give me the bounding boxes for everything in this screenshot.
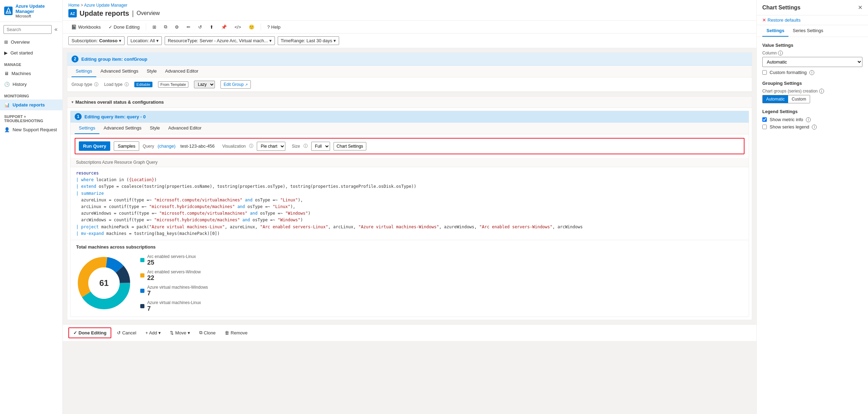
samples-button[interactable]: Samples xyxy=(114,141,139,151)
info-icon-size: ⓘ xyxy=(304,143,308,149)
move-chevron-icon: ▾ xyxy=(188,330,190,335)
show-series-legend-row: Show series legend i xyxy=(762,124,862,130)
toggle-custom[interactable]: Custom xyxy=(788,95,809,103)
cancel-button[interactable]: ↺ Cancel xyxy=(113,328,140,338)
change-link[interactable]: (change) xyxy=(158,143,175,149)
legend-value-2: 7 xyxy=(147,290,208,297)
sidebar-item-update-reports[interactable]: 📊 Update reports xyxy=(0,99,62,110)
editing-group-tabs: Settings Advanced Settings Style Advance… xyxy=(67,66,752,77)
help-button[interactable]: ? Help xyxy=(264,23,283,31)
sidebar-item-label: Update reports xyxy=(13,102,45,108)
tab-advanced-editor-group[interactable]: Advanced Editor xyxy=(161,66,202,77)
page-title: Update reports xyxy=(80,9,129,17)
machines-header[interactable]: ▾ Machines overall status & configuratio… xyxy=(67,97,752,108)
emoji-button[interactable]: 🙂 xyxy=(246,23,257,31)
clone-button[interactable]: ⧉ Clone xyxy=(196,328,219,338)
close-panel-button[interactable]: ✕ xyxy=(858,4,862,11)
upload-button[interactable]: ⬆ xyxy=(207,23,216,31)
history-icon: 🕒 xyxy=(4,82,10,87)
remove-button[interactable]: 🗑 Remove xyxy=(221,328,251,338)
tab-settings-group[interactable]: Settings xyxy=(72,66,96,77)
info-icon-chart-groups: i xyxy=(819,89,824,94)
location-filter[interactable]: Location: All ▾ xyxy=(127,36,162,45)
search-row: « xyxy=(0,22,62,37)
toolbar: 📓 Workbooks ✓ Done Editing ⊞ ⧉ ⚙ ✏ ↺ ⬆ 📌… xyxy=(63,21,756,34)
breadcrumb-home[interactable]: Home xyxy=(68,3,80,8)
sidebar-item-label: New Support Request xyxy=(13,127,57,132)
run-query-button[interactable]: Run Query xyxy=(79,141,110,151)
load-type-select[interactable]: Lazy xyxy=(194,81,215,88)
support-section-label: Support + troubleshooting xyxy=(0,110,62,124)
search-input[interactable] xyxy=(3,25,52,34)
load-type-option: Load type ⓘ xyxy=(104,82,129,88)
tab-advanced-settings-query[interactable]: Advanced Settings xyxy=(99,123,145,134)
update-reports-icon: 📊 xyxy=(4,102,10,108)
toggle-automatic[interactable]: Automatic xyxy=(763,95,788,103)
legend-dot-3 xyxy=(140,304,144,308)
settings-button[interactable]: ⚙ xyxy=(172,23,182,31)
custom-formatting-label: Custom formatting xyxy=(770,70,807,75)
edit-group-button[interactable]: Edit Group ↗ xyxy=(220,80,251,89)
sidebar-item-new-support[interactable]: 👤 New Support Request xyxy=(0,124,62,135)
sidebar-item-get-started[interactable]: ▶ Get started xyxy=(0,47,62,58)
query-title: Editing query item: query - 0 xyxy=(84,114,146,119)
tab-advanced-editor-query[interactable]: Advanced Editor xyxy=(164,123,205,134)
subscription-chevron-icon: ▾ xyxy=(119,38,121,43)
custom-formatting-checkbox[interactable] xyxy=(762,70,767,75)
done-editing-button[interactable]: ✓ Done Editing xyxy=(68,327,111,338)
edit-button[interactable]: ✏ xyxy=(184,23,193,31)
move-button[interactable]: ⇅ Move ▾ xyxy=(166,328,194,338)
info-icon-vis: ⓘ xyxy=(249,143,253,149)
step-badge-2: 2 xyxy=(72,56,78,62)
workbooks-button[interactable]: 📓 Workbooks xyxy=(68,23,104,31)
legend-label-3: Azure virtual machines-Linux xyxy=(147,300,201,305)
move-icon: ⇅ xyxy=(170,330,174,335)
pie-center-value: 61 xyxy=(99,278,109,288)
external-link-icon: ↗ xyxy=(245,83,248,87)
chart-settings-button[interactable]: Chart Settings xyxy=(334,142,366,150)
chart-settings-title: Chart Settings xyxy=(762,5,800,11)
sidebar-item-history[interactable]: 🕒 History xyxy=(0,79,62,90)
show-metric-info-label: Show metric info xyxy=(770,117,803,122)
query-header: 1 Editing query item: query - 0 xyxy=(70,111,749,123)
size-select[interactable]: Full xyxy=(311,142,330,151)
monitoring-section-label: Monitoring xyxy=(0,90,62,99)
workbooks-icon: 📓 xyxy=(71,24,77,30)
info-icon-group-type: ⓘ xyxy=(94,82,98,88)
refresh-button[interactable]: ↺ xyxy=(195,23,205,31)
pin-button[interactable]: 📌 xyxy=(218,23,230,31)
copy-button[interactable]: ⧉ xyxy=(161,23,170,31)
collapse-button[interactable]: « xyxy=(53,25,59,34)
code-block: resources | where location in ({Location… xyxy=(70,167,749,240)
panel-tab-series-settings[interactable]: Series Settings xyxy=(788,25,827,37)
resource-type-filter[interactable]: ResourceType: Server - Azure Arc, Virtua… xyxy=(165,36,275,45)
pie-chart: 61 xyxy=(76,255,132,311)
tab-settings-query[interactable]: Settings xyxy=(75,123,99,134)
column-dropdown[interactable]: Automatic xyxy=(762,57,862,67)
panel-tab-settings[interactable]: Settings xyxy=(762,25,788,37)
tab-advanced-settings-group[interactable]: Advanced Settings xyxy=(96,66,142,77)
chart-container: 61 Arc enabled servers-Linux 25 xyxy=(76,254,743,312)
show-metric-info-checkbox[interactable] xyxy=(762,117,767,122)
breadcrumb-app[interactable]: Azure Update Manager xyxy=(84,3,127,8)
done-editing-toolbar-button[interactable]: ✓ Done Editing xyxy=(106,23,142,31)
toolbar-separator xyxy=(146,23,146,30)
restore-defaults-button[interactable]: ✕ Restore defaults xyxy=(757,15,868,25)
sidebar-item-overview[interactable]: ⊞ Overview xyxy=(0,37,62,47)
remove-icon: 🗑 xyxy=(225,330,229,335)
time-range-filter[interactable]: TimeRange: Last 30 days ▾ xyxy=(278,36,339,45)
show-metric-info-row: Show metric info i xyxy=(762,117,862,122)
visualization-select[interactable]: Pie chart xyxy=(257,142,285,151)
subscription-filter[interactable]: Subscription: Contoso ▾ xyxy=(68,36,125,45)
add-button[interactable]: + Add ▾ xyxy=(142,328,165,338)
code-icon: </> xyxy=(234,24,241,30)
tab-style-group[interactable]: Style xyxy=(142,66,161,77)
code-button[interactable]: </> xyxy=(232,23,244,31)
tab-style-query[interactable]: Style xyxy=(145,123,164,134)
legend-dot-1 xyxy=(140,273,144,278)
show-series-legend-checkbox[interactable] xyxy=(762,125,767,129)
grid-button[interactable]: ⊞ xyxy=(150,23,159,31)
sidebar-item-machines[interactable]: 🖥 Machines xyxy=(0,68,62,79)
legend-value-1: 22 xyxy=(147,274,201,282)
filter-bar: Subscription: Contoso ▾ Location: All ▾ … xyxy=(63,34,756,48)
